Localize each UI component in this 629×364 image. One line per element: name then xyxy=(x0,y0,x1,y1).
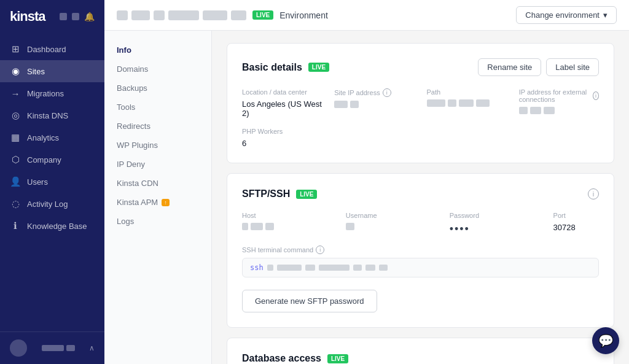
site-ip-info-icon[interactable]: i xyxy=(383,88,391,97)
sidebar-item-dashboard[interactable]: ⊞ Dashboard xyxy=(0,38,104,60)
php-workers-label: PHP Workers xyxy=(242,128,599,135)
card-actions: Rename site Label site xyxy=(478,58,599,76)
path-field: Path xyxy=(427,88,507,118)
basic-details-fields: Location / data center Los Angeles (US W… xyxy=(242,88,599,118)
site-title-area: LIVE Environment xyxy=(117,10,328,20)
activity-log-icon: ◌ xyxy=(10,198,21,209)
title-block xyxy=(231,10,246,20)
title-block xyxy=(117,10,128,20)
user-name-block2 xyxy=(66,345,75,351)
chevron-down-icon: ▾ xyxy=(603,10,608,20)
sub-nav-ip-deny[interactable]: IP Deny xyxy=(104,155,211,174)
change-environment-button[interactable]: Change environment ▾ xyxy=(516,6,617,24)
square-icon[interactable] xyxy=(72,13,79,20)
path-block xyxy=(476,99,490,107)
sidebar-item-company[interactable]: ⬡ Company xyxy=(0,149,104,171)
sub-nav-backups[interactable]: Backups xyxy=(104,79,211,98)
sftp-info-icon[interactable]: i xyxy=(588,188,599,199)
chat-icon: 💬 xyxy=(598,333,614,348)
database-title: Database access xyxy=(242,353,321,364)
sidebar-user-area: ∧ xyxy=(0,331,104,364)
location-value: Los Angeles (US West 2) xyxy=(242,99,322,118)
basic-details-title: Basic details xyxy=(242,62,302,73)
sidebar-item-migrations[interactable]: → Migrations xyxy=(0,82,104,104)
php-workers-value: 6 xyxy=(242,139,599,148)
content-area: Info Domains Backups Tools Redirects WP … xyxy=(104,31,629,364)
ip-block xyxy=(350,101,359,108)
site-ip-field: Site IP address i xyxy=(334,88,414,118)
avatar[interactable] xyxy=(10,339,27,357)
ext-ip-value xyxy=(519,107,599,114)
ssh-cmd-value: ssh xyxy=(242,258,599,277)
bell-icon[interactable]: 🔔 xyxy=(84,12,95,21)
sftp-title: SFTP/SSH xyxy=(242,188,290,199)
sub-nav-tools[interactable]: Tools xyxy=(104,98,211,117)
sub-nav-kinsta-apm[interactable]: Kinsta APM ↑ xyxy=(104,193,211,212)
basic-details-live-badge: LIVE xyxy=(308,63,329,72)
chat-bubble-button[interactable]: 💬 xyxy=(592,327,619,354)
menu-icon[interactable] xyxy=(60,13,67,20)
host-block xyxy=(265,223,274,230)
sidebar-item-label: Users xyxy=(27,177,48,187)
sidebar-collapse-icon[interactable]: ∧ xyxy=(89,344,95,352)
company-icon: ⬡ xyxy=(10,154,21,165)
ext-ip-block xyxy=(530,107,541,114)
password-field: Password •••• xyxy=(450,212,541,236)
sidebar-item-label: Dashboard xyxy=(27,45,66,54)
database-live-badge: LIVE xyxy=(327,354,348,363)
sub-nav-redirects[interactable]: Redirects xyxy=(104,117,211,136)
sftp-fields: Host Username Passwo xyxy=(242,212,599,236)
sidebar-item-knowledge-base[interactable]: ℹ Knowledge Base xyxy=(0,215,104,237)
generate-sftp-password-button[interactable]: Generate new SFTP password xyxy=(242,290,377,312)
rename-site-button[interactable]: Rename site xyxy=(478,58,541,76)
sub-nav-info[interactable]: Info xyxy=(104,41,211,60)
users-icon: 👤 xyxy=(10,176,21,187)
sidebar-item-label: Kinsta DNS xyxy=(27,111,68,120)
sidebar-logo-area: kinsta 🔔 xyxy=(0,0,104,33)
sftp-ssh-card: SFTP/SSH LIVE i Host xyxy=(227,173,614,328)
username-value xyxy=(346,223,437,230)
sub-nav-domains[interactable]: Domains xyxy=(104,60,211,79)
change-env-label: Change environment xyxy=(525,10,600,20)
sidebar-item-sites[interactable]: ◉ Sites xyxy=(0,60,104,82)
sites-icon: ◉ xyxy=(10,66,21,77)
ssh-cmd-block xyxy=(267,265,273,271)
sidebar-item-kinsta-dns[interactable]: ◎ Kinsta DNS xyxy=(0,104,104,126)
knowledge-base-icon: ℹ xyxy=(10,220,21,231)
path-block xyxy=(459,99,474,107)
db-title-row: Database access LIVE xyxy=(242,353,348,364)
site-ip-value xyxy=(334,101,414,108)
user-name-block xyxy=(42,345,64,351)
kinsta-dns-icon: ◎ xyxy=(10,110,21,121)
user-name xyxy=(42,345,75,351)
main-area: LIVE Environment Change environment ▾ In… xyxy=(104,0,629,364)
sidebar-item-label: Analytics xyxy=(27,133,59,142)
sub-sidebar: Info Domains Backups Tools Redirects WP … xyxy=(104,31,212,364)
migrations-icon: → xyxy=(10,88,21,99)
port-value: 30728 xyxy=(553,223,599,232)
analytics-icon: ▦ xyxy=(10,132,21,143)
basic-details-card: Basic details LIVE Rename site Label sit… xyxy=(227,43,614,163)
sidebar: kinsta 🔔 ⊞ Dashboard ◉ Sites → Migration… xyxy=(0,0,104,364)
title-block xyxy=(203,10,227,20)
ssh-cmd-block xyxy=(379,265,388,271)
sub-nav-logs[interactable]: Logs xyxy=(104,212,211,231)
username-field: Username xyxy=(346,212,437,236)
environment-label: Environment xyxy=(279,10,328,20)
sftp-live-badge: LIVE xyxy=(296,190,317,199)
location-label: Location / data center xyxy=(242,88,322,96)
card-title-row: Basic details LIVE xyxy=(242,62,329,73)
sidebar-item-analytics[interactable]: ▦ Analytics xyxy=(0,126,104,149)
ssh-cmd-row: SSH terminal command i ssh xyxy=(242,246,599,277)
sub-nav-wp-plugins[interactable]: WP Plugins xyxy=(104,136,211,155)
sidebar-item-users[interactable]: 👤 Users xyxy=(0,171,104,193)
sub-nav-kinsta-cdn[interactable]: Kinsta CDN xyxy=(104,174,211,193)
ext-ip-info-icon[interactable]: i xyxy=(593,91,599,100)
ssh-cmd-block xyxy=(353,265,362,271)
sftp-title-row: SFTP/SSH LIVE xyxy=(242,188,317,199)
sidebar-item-activity-log[interactable]: ◌ Activity Log xyxy=(0,193,104,215)
host-value xyxy=(242,223,334,230)
label-site-button[interactable]: Label site xyxy=(546,58,599,76)
host-block xyxy=(251,223,263,230)
ssh-cmd-info-icon[interactable]: i xyxy=(316,246,324,254)
